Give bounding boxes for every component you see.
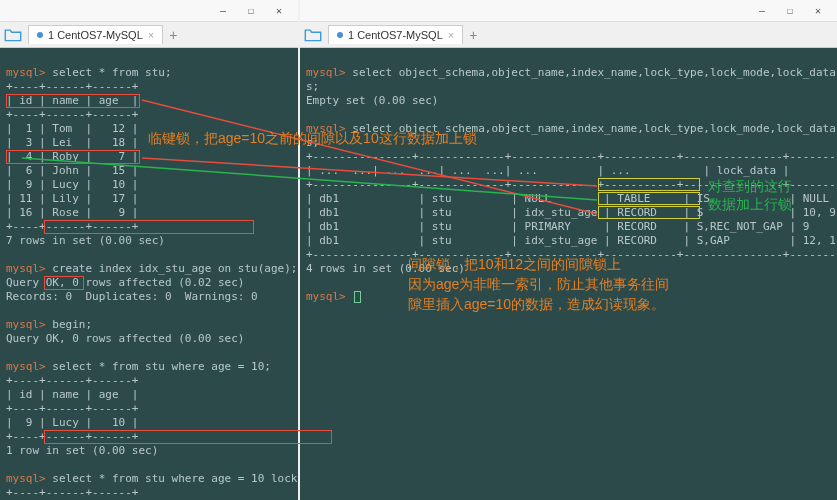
query-r2: select object_schema,object_name,index_n… bbox=[346, 122, 837, 135]
lock-row: | db1 | stu | idx_stu_age | RECORD | S |… bbox=[306, 206, 837, 219]
result: Query OK, 0 rows affected (0.00 sec) bbox=[6, 332, 244, 345]
tab-label: 1 CentOS7-MySQL bbox=[48, 29, 143, 41]
query-3: begin; bbox=[46, 318, 92, 331]
query-2: create index idx_stu_age on stu(age); bbox=[46, 262, 298, 275]
tab-centos-right[interactable]: 1 CentOS7-MySQL × bbox=[328, 25, 463, 44]
row: | 3 | Lei | 18 | bbox=[6, 136, 138, 149]
cont: s; bbox=[306, 80, 319, 93]
minimize-button[interactable]: — bbox=[209, 1, 237, 21]
query-1: select * from stu; bbox=[46, 66, 172, 79]
divider: +----+------+------+ bbox=[6, 402, 138, 415]
row: | 1 | Tom | 12 | bbox=[6, 122, 138, 135]
tab-label: 1 CentOS7-MySQL bbox=[348, 29, 443, 41]
add-tab-button[interactable]: + bbox=[463, 25, 483, 45]
row: | 6 | John | 15 | bbox=[6, 164, 138, 177]
result: Empty set (0.00 sec) bbox=[306, 94, 438, 107]
right-titlebar: — ☐ ✕ bbox=[300, 0, 837, 22]
divider: +----+------+------+ bbox=[6, 430, 138, 443]
lock-row: | db1 | stu | PRIMARY | RECORD | S,REC_N… bbox=[306, 220, 837, 233]
left-terminal[interactable]: mysql> select * from stu; +----+------+-… bbox=[0, 48, 298, 500]
left-titlebar: — ☐ ✕ bbox=[0, 0, 298, 22]
status-dot-icon bbox=[337, 32, 343, 38]
close-button[interactable]: ✕ bbox=[804, 1, 832, 21]
row: | 9 | Lucy | 10 | bbox=[6, 416, 138, 429]
tab-centos-left[interactable]: 1 CentOS7-MySQL × bbox=[28, 25, 163, 44]
tab-close-icon[interactable]: × bbox=[148, 29, 154, 41]
header: | id | name | age | bbox=[6, 388, 138, 401]
header-row: | ... ...| ... ...| ... ...| ... | ... |… bbox=[306, 164, 790, 177]
maximize-button[interactable]: ☐ bbox=[237, 1, 265, 21]
result: 1 row in set (0.00 sec) bbox=[6, 444, 158, 457]
row: | 11 | Lily | 17 | bbox=[6, 192, 138, 205]
cont: s; bbox=[306, 136, 319, 149]
right-pane: — ☐ ✕ 1 CentOS7-MySQL × + mysql> select … bbox=[300, 0, 837, 500]
header: | id | name | age | bbox=[6, 94, 138, 107]
tab-close-icon[interactable]: × bbox=[448, 29, 454, 41]
close-button[interactable]: ✕ bbox=[265, 1, 293, 21]
folder-icon[interactable] bbox=[4, 28, 22, 42]
divider: +----+------+------+ bbox=[6, 220, 138, 233]
query-r1: select object_schema,object_name,index_n… bbox=[346, 66, 837, 79]
lock-row: | db1 | stu | idx_stu_age | RECORD | S,G… bbox=[306, 234, 837, 247]
divider: +----+------+------+ bbox=[6, 486, 138, 499]
add-tab-button[interactable]: + bbox=[163, 25, 183, 45]
result: Records: 0 Duplicates: 0 Warnings: 0 bbox=[6, 290, 258, 303]
query-5: select * from stu where age = 10 lock in… bbox=[46, 472, 298, 485]
cursor-icon bbox=[354, 291, 361, 303]
right-terminal[interactable]: mysql> select object_schema,object_name,… bbox=[300, 48, 837, 500]
lock-row: | db1 | stu | NULL | TABLE | IS | NULL | bbox=[306, 192, 837, 205]
minimize-button[interactable]: — bbox=[748, 1, 776, 21]
right-tabbar: 1 CentOS7-MySQL × + bbox=[300, 22, 837, 48]
status-dot-icon bbox=[37, 32, 43, 38]
result: 7 rows in set (0.00 sec) bbox=[6, 234, 165, 247]
result: 4 rows in set (0.00 sec) bbox=[306, 262, 465, 275]
maximize-button[interactable]: ☐ bbox=[776, 1, 804, 21]
row: | 16 | Rose | 9 | bbox=[6, 206, 138, 219]
divider: +----+------+------+ bbox=[6, 108, 138, 121]
row: | 9 | Lucy | 10 | bbox=[6, 178, 138, 191]
divider: +----+------+------+ bbox=[6, 80, 138, 93]
left-pane: — ☐ ✕ 1 CentOS7-MySQL × + mysql> select … bbox=[0, 0, 298, 500]
result: Query OK, 0 rows affected (0.02 sec) bbox=[6, 276, 244, 289]
left-tabbar: 1 CentOS7-MySQL × + bbox=[0, 22, 298, 48]
folder-icon[interactable] bbox=[304, 28, 322, 42]
prompt: mysql> bbox=[306, 290, 352, 303]
row: | 4 | Roby | 7 | bbox=[6, 150, 138, 163]
query-4: select * from stu where age = 10; bbox=[46, 360, 271, 373]
divider: +----+------+------+ bbox=[6, 374, 138, 387]
